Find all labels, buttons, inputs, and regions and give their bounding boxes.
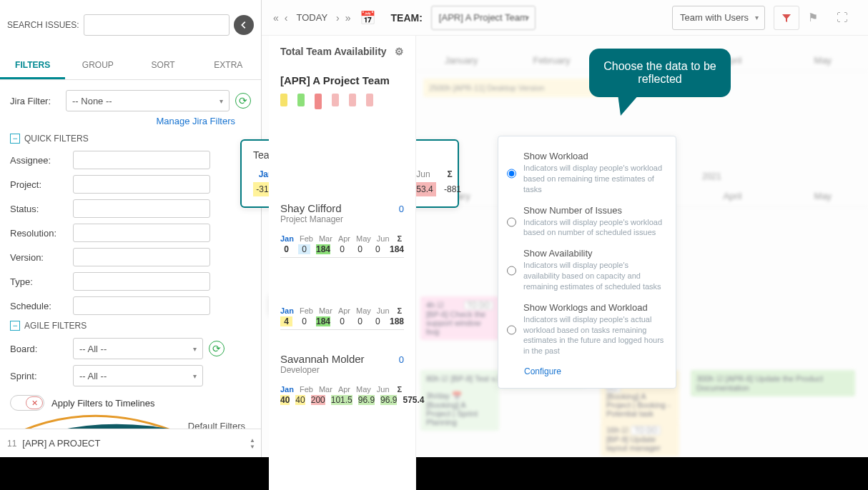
search-issues-input[interactable] (84, 14, 230, 36)
sprint-label: Sprint: (10, 371, 67, 381)
radio-label: Show Worklogs and Workload (523, 302, 666, 313)
refresh-icon[interactable]: ⟳ (235, 93, 251, 109)
radio-label: Show Availability (523, 248, 666, 259)
jira-filter-select[interactable]: -- None -- (66, 90, 230, 111)
apply-filters-toggle[interactable]: ✕ (10, 395, 44, 411)
board-select[interactable]: -- All -- (73, 338, 203, 359)
nav-prev-icon[interactable]: ‹ (285, 12, 288, 24)
person-item: Savannah Molder 0 Developer JanFebMarApr… (269, 346, 415, 411)
data-mode-menu: Show Workload Indicators will display pe… (498, 136, 676, 389)
team-name: [APR] A Project Team (280, 74, 404, 86)
board-label: Board: (10, 344, 67, 354)
person-name: Savannah Molder (280, 353, 365, 365)
project-name: [APR] A PROJECT (22, 438, 100, 449)
top-toolbar: « ‹ TODAY › » 📅 TEAM: [APR] A Project Te… (262, 0, 868, 36)
hint-text: Choose the data to be reflected (603, 60, 716, 85)
flag-icon[interactable]: ⚑ (808, 11, 828, 24)
filter-icon-button[interactable] (774, 6, 799, 30)
type-label: Type: (10, 276, 67, 287)
apply-filters-label: Apply Filters to Timelines (51, 398, 155, 409)
project-footer[interactable]: 11 [APR] A PROJECT ▲▼ (0, 429, 261, 457)
person-count: 0 (399, 204, 404, 214)
project-count: 11 (7, 439, 16, 449)
radio-label: Show Workload (523, 151, 666, 161)
tab-sort[interactable]: SORT (131, 53, 196, 79)
radio-show-worklogs[interactable] (507, 304, 516, 356)
team-select[interactable]: [APR] A Project Team (431, 6, 536, 30)
nav-last-icon[interactable]: » (345, 12, 351, 24)
nav-first-icon[interactable]: « (273, 12, 279, 24)
person-role: Project Manager (280, 214, 404, 224)
availability-title: Total Team Availability (280, 46, 387, 57)
assignee-label: Assignee: (10, 155, 67, 166)
refresh-icon[interactable]: ⟳ (209, 341, 225, 356)
jira-filter-label: Jira Filter: (10, 96, 60, 106)
bottom-bar (0, 457, 868, 490)
hint-bubble: Choose the data to be reflected (589, 49, 731, 97)
mode-select[interactable]: Team with Users (672, 6, 765, 30)
manage-jira-filters-link[interactable]: Manage Jira Filters (10, 116, 235, 126)
team-label: TEAM: (391, 12, 423, 24)
radio-show-issues[interactable] (507, 206, 516, 239)
schedule-label: Schedule: (10, 301, 67, 311)
search-issues-label: SEARCH ISSUES: (7, 20, 79, 30)
gear-icon[interactable]: ⚙ (395, 46, 404, 57)
version-label: Version: (10, 252, 67, 263)
availability-panel: Total Team Availability ⚙ [APR] A Projec… (269, 36, 416, 490)
schedule-input[interactable] (73, 296, 210, 315)
person-name: Shay Clifford (280, 202, 342, 214)
resolution-label: Resolution: (10, 228, 67, 239)
status-input[interactable] (73, 199, 210, 218)
tab-filters[interactable]: FILTERS (0, 53, 65, 79)
person-item: Shay Clifford 0 Project Manager JanFebMa… (269, 195, 415, 333)
team-bars (280, 94, 404, 109)
type-input[interactable] (73, 272, 210, 291)
person-role: Developer (280, 365, 404, 375)
status-label: Status: (10, 204, 67, 214)
radio-desc: Indicators will display people's workloa… (523, 217, 666, 239)
radio-show-availability[interactable] (507, 249, 516, 292)
resolution-input[interactable] (73, 224, 210, 242)
version-input[interactable] (73, 248, 210, 266)
sprint-select[interactable]: -- All -- (73, 365, 203, 386)
person-count: 0 (399, 354, 404, 365)
sidebar-tabs: FILTERS GROUP SORT EXTRA (0, 53, 261, 80)
calendar-icon[interactable]: 📅 (360, 10, 375, 26)
configure-link[interactable]: Configure (524, 366, 667, 376)
assignee-input[interactable] (73, 151, 210, 169)
radio-desc: Indicators will display people's actual … (523, 314, 666, 356)
project-label: Project: (10, 179, 67, 190)
agile-filters-title: AGILE FILTERS (24, 321, 87, 331)
collapse-icon[interactable]: − (10, 134, 20, 144)
radio-desc: Indicators will display people's workloa… (523, 163, 666, 195)
back-button[interactable] (234, 15, 254, 35)
tab-group[interactable]: GROUP (65, 53, 130, 79)
radio-show-workload[interactable] (507, 152, 516, 195)
expand-icon[interactable]: ⛶ (837, 11, 857, 24)
spinner-arrows-icon[interactable]: ▲▼ (250, 437, 255, 450)
filters-sidebar: SEARCH ISSUES: FILTERS GROUP SORT EXTRA … (0, 0, 262, 457)
today-button[interactable]: TODAY (296, 12, 327, 23)
radio-desc: Indicators will display people's availab… (523, 260, 666, 292)
project-input[interactable] (73, 175, 210, 194)
nav-next-icon[interactable]: › (336, 12, 340, 24)
collapse-icon[interactable]: − (10, 321, 20, 331)
radio-label: Show Number of Issues (523, 205, 666, 216)
tab-extra[interactable]: EXTRA (196, 53, 261, 79)
quick-filters-title: QUICK FILTERS (24, 134, 89, 144)
